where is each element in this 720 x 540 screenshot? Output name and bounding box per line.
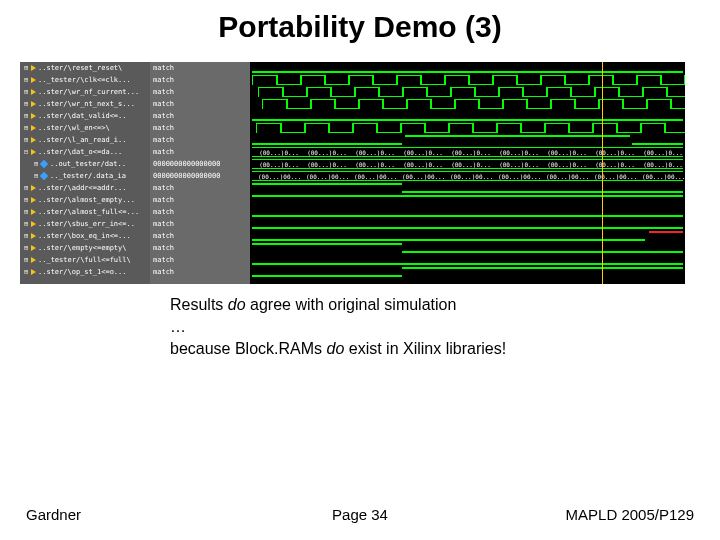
wave-row xyxy=(250,86,685,98)
wave-trace xyxy=(252,143,402,145)
triangle-icon xyxy=(31,233,36,239)
value-row: match xyxy=(150,74,250,86)
wave-row: (00...)0...(00...)0...(00...)0...(00...)… xyxy=(250,146,685,158)
triangle-icon xyxy=(31,113,36,119)
signal-row: ⊞..ster/\reset_reset\ xyxy=(20,62,150,74)
wave-trace xyxy=(252,227,683,229)
signal-label: ..ster/\addr<=addr... xyxy=(38,184,127,192)
value-row: match xyxy=(150,242,250,254)
clock-trace xyxy=(252,99,683,109)
wave-row xyxy=(250,242,685,254)
tree-expand-icon: ⊞ xyxy=(22,194,30,206)
value-row: match xyxy=(150,254,250,266)
signal-names-pane: ⊞..ster/\reset_reset\ ⊞.._tester/\clk<=c… xyxy=(20,62,150,284)
wave-row: (00...)00...(00...)00...(00...)00...(00.… xyxy=(250,170,685,182)
tree-expand-icon: ⊞ xyxy=(22,266,30,278)
tree-expand-icon: ⊞ xyxy=(22,110,30,122)
value-row: 0000000000000000 xyxy=(150,170,250,182)
tree-expand-icon: ⊞ xyxy=(22,86,30,98)
caption-line: because Block.RAMs do exist in Xilinx li… xyxy=(170,338,630,360)
wave-row xyxy=(250,62,685,74)
value-row: 0000000000000000 xyxy=(150,158,250,170)
wave-trace xyxy=(252,215,683,217)
caption-text: because Block.RAMs xyxy=(170,340,327,357)
signal-label: .._tester/\full<=full\ xyxy=(38,256,131,264)
signal-label: ..ster/\dat_valid<=.. xyxy=(38,112,127,120)
wave-trace xyxy=(252,183,402,185)
tree-expand-icon: ⊞ xyxy=(22,242,30,254)
signal-row: ⊞..ster/\wr_nt_next_s... xyxy=(20,98,150,110)
signal-label: ..ster/\wl_en<=>\ xyxy=(38,124,110,132)
signal-row: ⊞.._tester/\full<=full\ xyxy=(20,254,150,266)
triangle-icon xyxy=(31,101,36,107)
wave-row xyxy=(250,74,685,86)
wave-trace xyxy=(252,71,683,73)
value-row: match xyxy=(150,122,250,134)
time-cursor xyxy=(602,62,603,284)
signal-row: ⊞..ster/\wr_nf_current... xyxy=(20,86,150,98)
value-row: match xyxy=(150,206,250,218)
triangle-icon xyxy=(31,137,36,143)
tree-expand-icon: ⊞ xyxy=(22,134,30,146)
tree-expand-icon: ⊞ xyxy=(22,218,30,230)
wave-trace xyxy=(252,275,402,277)
wave-row xyxy=(250,266,685,278)
bus-trace: (00...)0...(00...)0...(00...)0...(00...)… xyxy=(252,159,683,169)
signal-row: ⊞..ster/\l_an_read_i.. xyxy=(20,134,150,146)
wave-row xyxy=(250,122,685,134)
slide: Portability Demo (3) ⊞..ster/\reset_rese… xyxy=(0,0,720,540)
value-row: match xyxy=(150,146,250,158)
caption-text: exist in Xilinx libraries! xyxy=(344,340,506,357)
wave-row xyxy=(250,254,685,266)
tree-expand-icon: ⊞ xyxy=(22,98,30,110)
wave-row xyxy=(250,98,685,110)
signal-row: ⊞.._tester/\clk<=clk... xyxy=(20,74,150,86)
tree-expand-icon: ⊞ xyxy=(22,182,30,194)
caption-block: Results do agree with original simulatio… xyxy=(170,294,630,360)
clock-trace xyxy=(252,123,683,133)
wave-row xyxy=(250,206,685,218)
signal-row: ⊞..ster/\sbus_err_in<=.. xyxy=(20,218,150,230)
tree-expand-icon: ⊞ xyxy=(22,62,30,74)
wave-trace xyxy=(402,191,683,193)
signal-row: ⊞..ster/\box_eq_in<=... xyxy=(20,230,150,242)
caption-emphasis: do xyxy=(228,296,246,313)
signal-row: ⊟..ster/\dat_o<=da... xyxy=(20,146,150,158)
wave-trace xyxy=(252,239,645,241)
clock-trace xyxy=(252,87,683,97)
triangle-icon xyxy=(31,245,36,251)
signal-row: ⊞..ster/\dat_valid<=.. xyxy=(20,110,150,122)
signal-label: .._tester/.data_ia xyxy=(50,172,126,180)
triangle-icon xyxy=(31,185,36,191)
signal-label: ..ster/\wr_nf_current... xyxy=(38,88,139,96)
triangle-icon xyxy=(31,89,36,95)
tree-expand-icon: ⊞ xyxy=(22,74,30,86)
signal-row: ⊞..ster/\op_st_1<=o... xyxy=(20,266,150,278)
signal-values-pane: match match match match match match matc… xyxy=(150,62,250,284)
caption-text: Results xyxy=(170,296,228,313)
footer: Gardner Page 34 MAPLD 2005/P129 xyxy=(0,506,720,526)
wave-trace xyxy=(402,251,683,253)
signal-row: ⊞..ster/\wl_en<=>\ xyxy=(20,122,150,134)
wave-trace xyxy=(649,231,683,233)
signal-label: ..ster/\almost_empty... xyxy=(38,196,135,204)
value-row: match xyxy=(150,218,250,230)
wave-row xyxy=(250,134,685,146)
signal-label: ..ster/\almost_full<=... xyxy=(38,208,139,216)
wave-trace xyxy=(402,267,683,269)
wave-trace xyxy=(252,243,402,245)
wave-row: (00...)0...(00...)0...(00...)0...(00...)… xyxy=(250,158,685,170)
value-row: match xyxy=(150,98,250,110)
bus-trace: (00...)0...(00...)0...(00...)0...(00...)… xyxy=(252,147,683,157)
triangle-icon xyxy=(31,221,36,227)
wave-trace xyxy=(632,143,683,145)
waveform-screenshot: ⊞..ster/\reset_reset\ ⊞.._tester/\clk<=c… xyxy=(20,62,685,284)
wave-row xyxy=(250,110,685,122)
wave-trace xyxy=(405,135,630,137)
page-title: Portability Demo (3) xyxy=(0,10,720,44)
value-row: match xyxy=(150,86,250,98)
signal-label: ..ster/\empty<=empty\ xyxy=(38,244,127,252)
caption-line: Results do agree with original simulatio… xyxy=(170,294,630,316)
tree-expand-icon: ⊞ xyxy=(22,122,30,134)
signal-row: ⊞..ster/\addr<=addr... xyxy=(20,182,150,194)
